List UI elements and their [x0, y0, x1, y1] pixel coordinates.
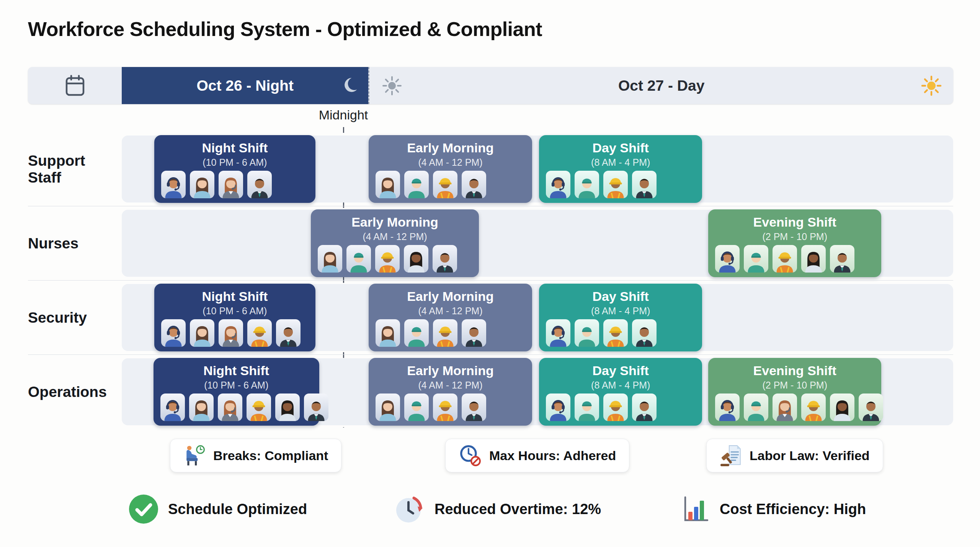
shift-time: (8 AM - 4 PM)	[539, 305, 702, 317]
avatar-worker-icon	[247, 394, 271, 421]
shift-block-night-shift[interactable]: Night Shift(10 PM - 6 AM)	[154, 135, 315, 203]
avatar-suit-icon	[859, 394, 883, 421]
avatar-worker-icon	[247, 319, 272, 347]
shift-time: (10 PM - 6 AM)	[154, 157, 315, 168]
compliance-badge-labor-law: Labor Law: Verified	[706, 439, 883, 472]
timeline-header: Oct 26 - Night Oct 27 - Day	[28, 67, 953, 104]
avatar-woman-headset-icon	[219, 319, 243, 347]
avatar-woman-headset-icon	[218, 394, 242, 421]
check-circle-icon	[128, 494, 159, 524]
row-track: Night Shift(10 PM - 6 AM)Early Morning(4…	[122, 132, 953, 206]
shift-time: (10 PM - 6 AM)	[154, 305, 315, 317]
avatar-suit-icon	[632, 171, 657, 198]
shift-time: (4 AM - 12 PM)	[369, 305, 532, 317]
avatar-worker-icon	[801, 394, 826, 421]
shift-title: Day Shift	[539, 141, 702, 155]
shift-title: Night Shift	[154, 141, 315, 155]
avatar-nurse-icon	[575, 394, 599, 421]
calendar-cell	[28, 67, 122, 104]
shift-time: (2 PM - 10 PM)	[708, 231, 881, 242]
avatar-woman-dark-icon	[275, 394, 300, 421]
shift-title: Day Shift	[539, 364, 702, 378]
avatar-nurse-icon	[404, 171, 429, 198]
row-label: Nurses	[28, 206, 122, 280]
compliance-badge-breaks: Breaks: Compliant	[170, 439, 341, 472]
avatar-woman-icon	[318, 245, 342, 273]
overtime-clock-icon	[394, 493, 425, 525]
shift-title: Evening Shift	[708, 215, 881, 229]
shift-block-day-shift[interactable]: Day Shift(8 AM - 4 PM)	[539, 284, 702, 351]
shift-title: Early Morning	[369, 141, 532, 155]
shift-block-night-shift[interactable]: Night Shift(10 PM - 6 AM)	[154, 358, 319, 426]
moon-icon	[339, 76, 359, 96]
avatar-woman-icon	[189, 394, 214, 421]
avatar-nurse-icon	[404, 319, 429, 347]
schedule-row-support-staff: Support StaffNight Shift(10 PM - 6 AM)Ea…	[28, 132, 953, 206]
avatar-nurse-icon	[346, 245, 371, 273]
avatar-agent-icon	[161, 171, 186, 198]
shift-title: Night Shift	[154, 289, 315, 304]
status-label: Reduced Overtime: 12%	[434, 501, 601, 518]
avatar-worker-icon	[433, 171, 457, 198]
avatar-suit-icon	[276, 319, 301, 347]
shift-avatars	[376, 319, 486, 347]
avatar-nurse-icon	[575, 319, 599, 347]
shift-avatars	[715, 394, 883, 421]
avatar-agent-icon	[546, 171, 570, 198]
avatar-nurse-icon	[404, 394, 429, 421]
shift-time: (10 PM - 6 AM)	[154, 380, 319, 391]
status-label: Schedule Optimized	[168, 501, 307, 518]
shift-avatars	[161, 171, 272, 198]
avatar-worker-icon	[375, 245, 400, 273]
avatar-agent-icon	[160, 394, 185, 421]
shift-block-day-shift[interactable]: Day Shift(8 AM - 4 PM)	[539, 135, 702, 203]
avatar-woman-headset-icon	[773, 394, 797, 421]
shift-time: (8 AM - 4 PM)	[539, 157, 702, 168]
header-segment-night[interactable]: Oct 26 - Night	[122, 67, 368, 104]
row-track: Night Shift(10 PM - 6 AM)Early Morning(4…	[122, 355, 953, 429]
calendar-icon[interactable]	[63, 73, 87, 98]
avatar-suit-icon	[462, 394, 486, 421]
shift-avatars	[546, 171, 657, 198]
avatar-woman-icon	[376, 319, 400, 347]
avatar-suit-icon	[830, 245, 854, 273]
shift-avatars	[546, 319, 657, 347]
avatar-suit-icon	[462, 171, 486, 198]
shift-block-night-shift[interactable]: Night Shift(10 PM - 6 AM)	[154, 284, 315, 351]
avatar-suit-icon	[304, 394, 328, 421]
shift-block-day-shift[interactable]: Day Shift(8 AM - 4 PM)	[539, 358, 702, 426]
status-item-cost-efficiency: Cost Efficiency: High	[681, 493, 866, 525]
avatar-suit-icon	[462, 319, 486, 347]
avatar-woman-icon	[190, 319, 214, 347]
shift-avatars	[715, 245, 854, 273]
shift-title: Night Shift	[154, 364, 319, 378]
shift-title: Day Shift	[539, 289, 702, 304]
sun-icon	[920, 75, 942, 97]
max-hours-clock-icon	[459, 444, 482, 467]
avatar-woman-dark-icon	[404, 245, 428, 273]
avatar-suit-icon	[632, 394, 657, 421]
avatar-woman-icon	[190, 171, 214, 198]
badge-label: Labor Law: Verified	[750, 448, 870, 463]
status-label: Cost Efficiency: High	[720, 501, 866, 518]
shift-avatars	[161, 319, 301, 347]
schedule-row-security: SecurityNight Shift(10 PM - 6 AM)Early M…	[28, 280, 953, 354]
avatar-nurse-icon	[744, 245, 768, 273]
avatar-woman-dark-icon	[830, 394, 854, 421]
shift-block-evening-shift[interactable]: Evening Shift(2 PM - 10 PM)	[708, 358, 881, 426]
labor-law-gavel-icon	[720, 444, 742, 467]
schedule-row-nurses: NursesEarly Morning(4 AM - 12 PM)Evening…	[28, 206, 953, 280]
shift-block-evening-shift[interactable]: Evening Shift(2 PM - 10 PM)	[708, 209, 881, 277]
header-segment-day[interactable]: Oct 27 - Day	[368, 67, 953, 104]
shift-block-early-morning[interactable]: Early Morning(4 AM - 12 PM)	[369, 358, 532, 426]
shift-block-early-morning[interactable]: Early Morning(4 AM - 12 PM)	[369, 135, 532, 203]
avatar-suit-icon	[247, 171, 272, 198]
workforce-scheduling-page: Workforce Scheduling System - Optimized …	[0, 0, 980, 547]
shift-avatars	[546, 394, 657, 421]
shift-time: (4 AM - 12 PM)	[369, 380, 532, 391]
avatar-worker-icon	[603, 171, 628, 198]
shift-block-early-morning[interactable]: Early Morning(4 AM - 12 PM)	[369, 284, 532, 351]
shift-block-early-morning[interactable]: Early Morning(4 AM - 12 PM)	[311, 209, 479, 277]
avatar-suit-icon	[433, 245, 457, 273]
dim-sun-icon	[381, 75, 403, 97]
